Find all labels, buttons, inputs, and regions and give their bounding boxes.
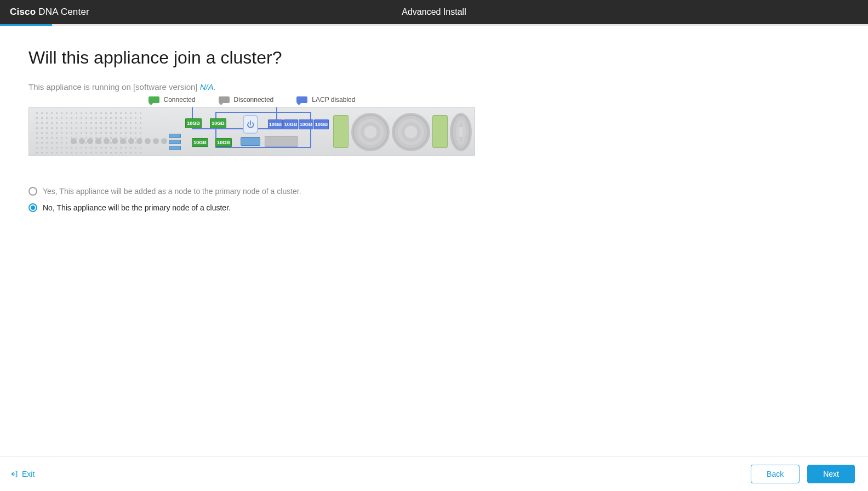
legend-connected-label: Connected	[164, 96, 196, 104]
port-10gb-blue-3: 10GB	[299, 119, 313, 129]
option-no[interactable]: No, This appliance will be the primary n…	[28, 203, 840, 212]
radio-icon	[28, 187, 37, 196]
software-version-na: N/A	[200, 82, 214, 92]
footer-buttons: Back Next	[751, 465, 855, 483]
lacp-swatch-icon	[296, 96, 307, 103]
disconnected-swatch-icon	[219, 96, 230, 103]
slot-row	[71, 138, 167, 144]
port-10gb-green-4: 10GB	[215, 138, 232, 147]
header-title: Advanced Install	[402, 7, 466, 17]
psu-handle-2-icon	[432, 115, 448, 148]
port-legend: Connected Disconnected LACP disabled	[28, 96, 475, 104]
port-10gb-blue-1: 10GB	[268, 119, 283, 129]
psu-handle-1-icon	[333, 115, 349, 148]
cluster-options: Yes, This appliance will be added as a n…	[28, 187, 840, 212]
legend-disconnected: Disconnected	[219, 96, 274, 104]
appliance-diagram: 10GB 10GB 10GB 10GB ⏻ 10GB 10GB 10GB 10G…	[28, 107, 475, 156]
back-button[interactable]: Back	[751, 465, 800, 483]
page-title: Will this appliance join a cluster?	[28, 48, 840, 68]
legend-disconnected-label: Disconnected	[234, 96, 274, 104]
subtext-suffix: .	[214, 82, 216, 92]
port-10gb-blue-4: 10GB	[314, 119, 329, 129]
fan-1-icon	[351, 113, 390, 151]
port-10gb-green-2: 10GB	[210, 118, 226, 128]
progress-bar	[0, 24, 52, 26]
footer-bar: Exit Back Next	[0, 456, 868, 491]
radio-icon	[28, 203, 37, 212]
exit-label: Exit	[22, 470, 35, 478]
brand: Cisco DNA Center	[10, 7, 89, 18]
vent-holes-icon	[35, 111, 144, 153]
exit-icon	[10, 470, 19, 478]
app-header: Cisco DNA Center Advanced Install	[0, 0, 868, 24]
legend-connected: Connected	[149, 96, 196, 104]
option-yes-label: Yes, This appliance will be added as a n…	[43, 187, 301, 196]
exit-button[interactable]: Exit	[10, 470, 35, 478]
usb-ports-icon	[169, 134, 181, 150]
next-button[interactable]: Next	[807, 465, 855, 483]
brand-bold: Cisco	[10, 7, 36, 17]
legend-lacp: LACP disabled	[296, 96, 355, 104]
subtext-prefix: This appliance is running on [software v…	[28, 82, 200, 92]
option-no-label: No, This appliance will be the primary n…	[43, 203, 231, 212]
brand-rest: DNA Center	[36, 7, 89, 17]
port-10gb-green-3: 10GB	[192, 138, 208, 147]
port-10gb-green-1: 10GB	[185, 118, 202, 128]
vga-port-icon	[241, 137, 260, 146]
option-yes[interactable]: Yes, This appliance will be added as a n…	[28, 187, 840, 196]
main-content: Will this appliance join a cluster? This…	[0, 26, 868, 231]
power-button-icon: ⏻	[243, 115, 258, 134]
fan-3-icon	[450, 113, 472, 151]
mgmt-eth-icon	[265, 136, 298, 147]
progress-track	[0, 24, 868, 26]
connected-swatch-icon	[149, 96, 159, 103]
fan-2-icon	[392, 113, 430, 151]
software-version-text: This appliance is running on [software v…	[28, 82, 840, 92]
legend-lacp-label: LACP disabled	[312, 96, 355, 104]
port-10gb-blue-2: 10GB	[283, 119, 298, 129]
